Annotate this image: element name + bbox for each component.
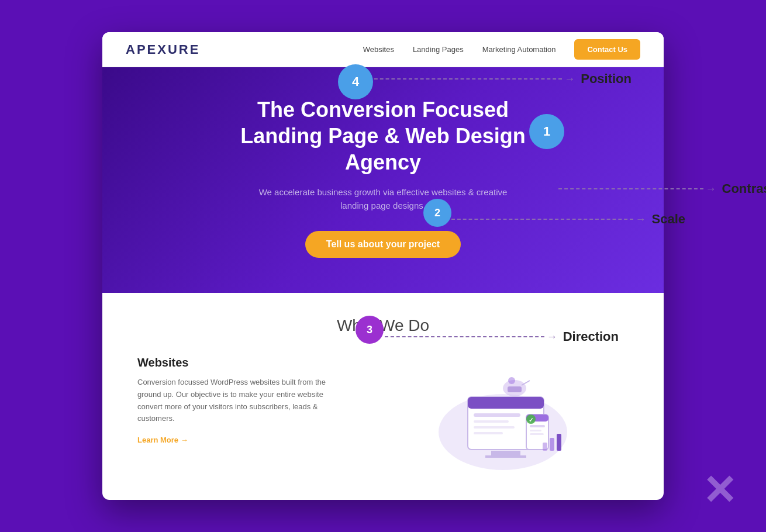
svg-rect-4	[485, 455, 526, 458]
x-logo: ✕	[702, 467, 737, 514]
hero-subtitle: We accelerate business growth via effect…	[254, 186, 512, 212]
annotation-circle-4: 4	[338, 64, 373, 99]
websites-text: Websites Conversion focussed WordPress w…	[137, 356, 342, 445]
contrast-arrow: →	[706, 183, 716, 195]
scale-annotation-line: → Scale	[451, 212, 685, 227]
outer-wrapper: 4 → Position 1 → Contrast 2 → Scale 3 → …	[0, 0, 766, 532]
hero-title: The Conversion Focused Landing Page & We…	[208, 96, 558, 175]
svg-rect-14	[543, 443, 547, 451]
annotation-circle-1: 1	[529, 114, 564, 149]
contrast-annotation-line: → Contrast	[558, 181, 766, 196]
svg-point-20	[508, 377, 515, 384]
scale-arrow: →	[636, 213, 646, 226]
direction-label: Direction	[563, 329, 619, 344]
svg-rect-8	[474, 432, 503, 434]
websites-content: Websites Conversion focussed WordPress w…	[137, 356, 629, 473]
what-section: What We Do Websites Conversion focussed …	[102, 293, 664, 492]
contrast-label: Contrast	[722, 181, 766, 196]
svg-rect-15	[550, 438, 554, 451]
nav-link-marketing[interactable]: Marketing Automation	[482, 45, 556, 54]
scale-label: Scale	[652, 212, 686, 227]
cta-button[interactable]: Tell us about your project	[305, 231, 461, 258]
svg-rect-6	[474, 420, 509, 423]
direction-annotation-line: → Direction	[385, 329, 619, 344]
illustration: ✓	[365, 356, 629, 473]
learn-more-link[interactable]: Learn More →	[137, 436, 188, 444]
logo: APEXURE	[126, 42, 200, 57]
svg-rect-16	[557, 434, 561, 451]
nav-link-landing-pages[interactable]: Landing Pages	[413, 45, 464, 54]
position-label: Position	[581, 71, 632, 87]
websites-title: Websites	[137, 356, 342, 369]
annotation-circle-3: 3	[356, 316, 384, 344]
annotation-circle-2: 2	[423, 199, 451, 227]
browser-container: APEXURE Websites Landing Pages Marketing…	[102, 32, 664, 500]
position-annotation-line: → Position	[368, 71, 632, 87]
svg-rect-2	[468, 397, 544, 409]
websites-description: Conversion focussed WordPress websites b…	[137, 376, 342, 425]
direction-arrow: →	[547, 331, 557, 343]
svg-rect-5	[474, 413, 520, 417]
svg-rect-7	[474, 426, 515, 429]
svg-rect-13	[530, 433, 544, 435]
svg-rect-12	[530, 430, 541, 431]
svg-rect-3	[491, 451, 520, 455]
svg-rect-11	[530, 425, 545, 427]
svg-text:✓: ✓	[529, 417, 533, 423]
contact-button[interactable]: Contact Us	[574, 39, 640, 60]
hero-section: The Conversion Focused Landing Page & We…	[102, 67, 664, 293]
nav-link-websites[interactable]: Websites	[363, 45, 394, 54]
svg-rect-18	[508, 386, 522, 392]
websites-illustration: ✓	[415, 356, 579, 473]
position-arrow: →	[564, 73, 575, 85]
nav-links: Websites Landing Pages Marketing Automat…	[363, 39, 640, 60]
navbar: APEXURE Websites Landing Pages Marketing…	[102, 32, 664, 67]
